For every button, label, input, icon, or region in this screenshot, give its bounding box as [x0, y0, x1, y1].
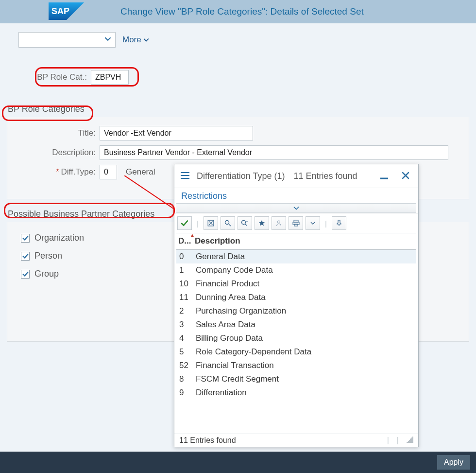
- cell-desc: Sales Area Data: [193, 318, 416, 332]
- sort-asc-icon: ▲: [190, 233, 195, 238]
- footer-divider: |: [387, 436, 389, 445]
- table-row[interactable]: 8FSCM Credit Segment: [176, 372, 416, 386]
- svg-text:SAP: SAP: [51, 6, 69, 16]
- print-button[interactable]: [289, 216, 303, 230]
- footer-divider: |: [397, 436, 399, 445]
- title-input[interactable]: [100, 126, 253, 140]
- cell-desc: Purchasing Organization: [193, 304, 416, 318]
- accept-button[interactable]: [177, 216, 192, 230]
- svg-text:+: +: [246, 220, 248, 224]
- cell-desc: Role Category-Dependent Data: [193, 345, 416, 359]
- cell-desc: Differentiation: [193, 386, 416, 400]
- group-checkbox[interactable]: [21, 270, 30, 279]
- bp-role-cat-input[interactable]: [91, 70, 129, 85]
- more-label: More: [122, 35, 141, 45]
- cell-d: 8: [176, 372, 193, 386]
- cell-desc: Dunning Area Data: [193, 291, 416, 304]
- separator: |: [323, 216, 329, 230]
- minimize-icon[interactable]: [376, 170, 392, 183]
- sap-logo: SAP: [49, 2, 84, 21]
- more-menu[interactable]: More: [122, 35, 149, 45]
- table-row[interactable]: 9Differentiation: [176, 386, 416, 400]
- separator: |: [194, 216, 201, 230]
- favorite-button[interactable]: [255, 216, 269, 230]
- diff-type-label: *Diff.Type:: [7, 167, 100, 177]
- footer-count: 11 Entries found: [179, 436, 236, 445]
- title-label: Title:: [7, 128, 100, 138]
- cell-desc: Financial Product: [193, 277, 416, 291]
- table-row[interactable]: 1Company Code Data: [176, 263, 416, 277]
- table-row[interactable]: 2Purchasing Organization: [176, 304, 416, 318]
- col-desc-header[interactable]: Description: [193, 233, 416, 249]
- cell-d: 0: [176, 250, 193, 263]
- table-row[interactable]: 4Billing Group Data: [176, 332, 416, 345]
- dialog-count: 11 Entries found: [293, 171, 357, 181]
- find-next-button[interactable]: +: [238, 216, 252, 230]
- cell-d: 5: [176, 345, 193, 359]
- cell-d: 4: [176, 332, 193, 345]
- cell-desc: Financial Transaction: [193, 359, 416, 372]
- organization-label: Organization: [34, 233, 84, 243]
- restrictions-link[interactable]: Restrictions: [174, 188, 418, 203]
- person-checkbox[interactable]: [21, 252, 30, 261]
- resize-grip-icon[interactable]: [407, 436, 413, 443]
- cell-d: 52: [176, 359, 193, 372]
- value-help-dialog: Differentiation Type (1) 11 Entries foun…: [174, 164, 419, 447]
- hamburger-icon[interactable]: [180, 172, 190, 181]
- group-label: Group: [34, 269, 59, 279]
- cell-desc: Company Code Data: [193, 263, 416, 277]
- table-row[interactable]: 5Role Category-Dependent Data: [176, 345, 416, 359]
- pin-button[interactable]: [332, 216, 346, 230]
- description-label: Description:: [7, 148, 100, 158]
- cell-d: 1: [176, 263, 193, 277]
- col-d-header[interactable]: D...▲: [176, 233, 193, 249]
- cell-d: 3: [176, 318, 193, 332]
- svg-rect-7: [294, 220, 298, 222]
- dialog-title: Differentiation Type (1): [197, 171, 285, 181]
- section-role-categories: BP Role Categories: [7, 101, 469, 117]
- chevron-down-icon: [104, 35, 111, 44]
- table-row[interactable]: 3Sales Area Data: [176, 318, 416, 332]
- svg-point-6: [278, 221, 280, 223]
- page-title: Change View "BP Role Categories": Detail…: [84, 6, 476, 17]
- person-label: Person: [34, 251, 62, 261]
- cell-desc: General Data: [193, 250, 416, 263]
- table-row[interactable]: 52Financial Transaction: [176, 359, 416, 372]
- transaction-select[interactable]: [18, 32, 116, 48]
- apply-button[interactable]: Apply: [437, 455, 470, 470]
- table-row[interactable]: 0General Data: [176, 250, 416, 263]
- deselect-button[interactable]: [204, 216, 218, 230]
- svg-point-3: [225, 221, 229, 225]
- diff-type-input[interactable]: [100, 165, 117, 179]
- print-menu[interactable]: [306, 216, 320, 230]
- chevron-down-icon: [143, 37, 149, 43]
- bp-role-cat-label: BP Role Cat.:: [34, 72, 91, 82]
- table-row[interactable]: 10Financial Product: [176, 277, 416, 291]
- diff-type-text: General: [126, 167, 155, 177]
- find-button[interactable]: [221, 216, 235, 230]
- cell-d: 10: [176, 277, 193, 291]
- svg-point-4: [242, 221, 246, 225]
- collapse-toggle[interactable]: [176, 203, 416, 213]
- organization-checkbox[interactable]: [21, 234, 30, 243]
- table-row[interactable]: 11Dunning Area Data: [176, 291, 416, 304]
- cell-d: 11: [176, 291, 193, 304]
- cell-desc: FSCM Credit Segment: [193, 372, 416, 386]
- cell-d: 2: [176, 304, 193, 318]
- cell-d: 9: [176, 386, 193, 400]
- description-input[interactable]: [100, 145, 448, 160]
- cell-desc: Billing Group Data: [193, 332, 416, 345]
- personal-list-button[interactable]: [272, 216, 286, 230]
- close-icon[interactable]: [399, 170, 412, 183]
